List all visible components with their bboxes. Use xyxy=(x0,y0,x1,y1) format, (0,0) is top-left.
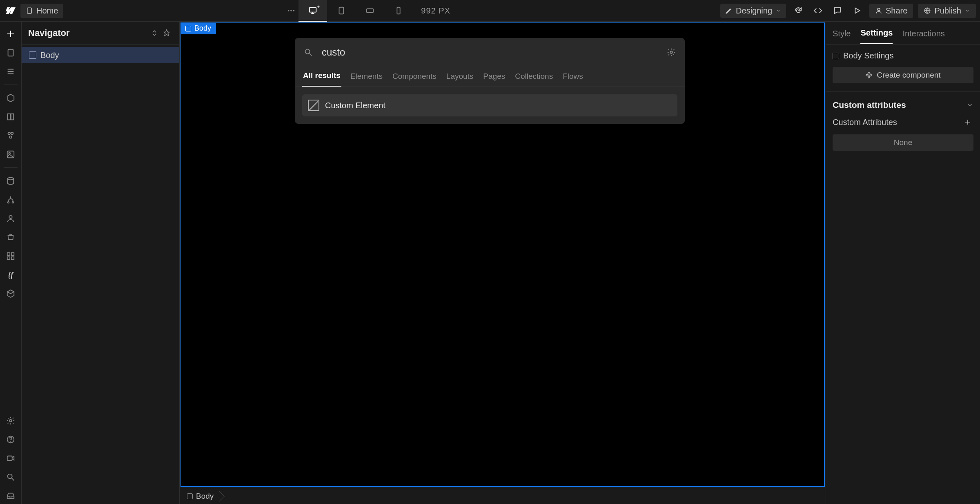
rail-ecommerce-button[interactable] xyxy=(2,229,19,245)
add-attribute-button[interactable] xyxy=(962,116,973,128)
svg-rect-6 xyxy=(367,9,374,12)
code-button[interactable] xyxy=(811,3,825,18)
rail-assets-button[interactable] xyxy=(2,146,19,163)
quick-find-tab-pages[interactable]: Pages xyxy=(482,72,506,87)
tree-row-body[interactable]: Body xyxy=(22,47,179,63)
plus-badge: + xyxy=(317,4,320,10)
breakpoint-desktop-button[interactable]: + xyxy=(298,0,327,22)
svg-rect-23 xyxy=(11,253,14,255)
chevron-down-icon xyxy=(775,8,781,13)
collapse-all-button[interactable] xyxy=(148,27,160,39)
svg-rect-0 xyxy=(27,8,32,13)
page-icon xyxy=(26,7,33,14)
body-element-icon xyxy=(29,51,36,59)
svg-point-8 xyxy=(878,8,880,11)
globe-icon xyxy=(924,7,931,14)
rail-add-button[interactable] xyxy=(2,26,19,42)
quick-find-tab-all-results[interactable]: All results xyxy=(302,71,341,87)
quick-find-search-row xyxy=(295,38,685,67)
svg-point-14 xyxy=(11,132,13,135)
navigator-header: Navigator xyxy=(22,22,179,45)
quick-find-tabs: All results Elements Components Layouts … xyxy=(295,67,685,87)
quick-find-tab-collections[interactable]: Collections xyxy=(514,72,554,87)
navigator-title: Navigator xyxy=(28,28,69,38)
rail-apps-button[interactable] xyxy=(2,248,19,264)
rail-navigator-button[interactable] xyxy=(2,63,19,80)
selected-element-tag[interactable]: Body xyxy=(180,22,216,34)
rail-inbox-button[interactable] xyxy=(2,488,19,504)
rail-settings-button[interactable] xyxy=(2,413,19,429)
comment-button[interactable] xyxy=(830,3,845,18)
quick-find-tab-elements[interactable]: Elements xyxy=(350,72,383,87)
rail-finsweet-button[interactable]: {f xyxy=(2,267,19,283)
breakpoint-phone-button[interactable] xyxy=(384,0,413,22)
svg-point-15 xyxy=(9,136,12,138)
svg-point-1 xyxy=(288,10,290,11)
svg-point-21 xyxy=(9,216,12,219)
rail-logic-button[interactable] xyxy=(2,192,19,208)
svg-rect-24 xyxy=(7,257,10,259)
chevron-down-icon[interactable] xyxy=(966,101,973,109)
rail-help-button[interactable] xyxy=(2,431,19,448)
svg-point-2 xyxy=(291,10,292,11)
preview-button[interactable] xyxy=(850,3,864,18)
body-element-icon xyxy=(185,26,191,31)
left-rail: {f xyxy=(0,22,22,504)
code-icon xyxy=(813,6,822,15)
breadcrumb-body[interactable]: Body xyxy=(185,492,219,501)
quick-find-settings-button[interactable] xyxy=(667,48,676,57)
quick-find-input[interactable] xyxy=(322,47,667,58)
tab-settings[interactable]: Settings xyxy=(860,28,893,44)
rail-components-button[interactable] xyxy=(2,90,19,106)
publish-button[interactable]: Publish xyxy=(918,4,976,18)
rail-cms-button[interactable] xyxy=(2,173,19,189)
svg-point-28 xyxy=(10,442,11,442)
comment-icon xyxy=(833,6,842,15)
body-element-icon xyxy=(187,493,193,499)
custom-attributes-none: None xyxy=(833,134,973,151)
rail-styles-button[interactable] xyxy=(2,127,19,144)
custom-attributes-section-header[interactable]: Custom attributes xyxy=(833,100,973,110)
canvas-stage[interactable]: Body All results Elements Components xyxy=(180,22,826,488)
share-button[interactable]: Share xyxy=(869,4,913,18)
rail-users-button[interactable] xyxy=(2,210,19,227)
rail-cube-button[interactable] xyxy=(2,285,19,302)
rail-search-button[interactable] xyxy=(2,469,19,485)
svg-point-26 xyxy=(9,419,12,422)
user-icon xyxy=(875,7,882,14)
refresh-button[interactable] xyxy=(791,3,806,18)
breakpoint-phone-landscape-button[interactable] xyxy=(356,0,384,22)
tab-style[interactable]: Style xyxy=(833,29,851,44)
tab-interactions[interactable]: Interactions xyxy=(902,29,944,44)
designing-mode-button[interactable]: Designing xyxy=(720,4,786,18)
quick-find-tab-flows[interactable]: Flows xyxy=(562,72,584,87)
canvas-area: Body All results Elements Components xyxy=(180,22,826,504)
chevron-down-icon xyxy=(964,8,970,13)
home-button-label: Home xyxy=(36,6,58,16)
webflow-logo-icon[interactable] xyxy=(4,4,16,17)
pencil-icon xyxy=(725,7,733,14)
custom-attributes-sub-label: Custom Attributes xyxy=(833,118,897,127)
rail-video-button[interactable] xyxy=(2,450,19,466)
svg-point-32 xyxy=(670,51,673,54)
quick-find-tab-components[interactable]: Components xyxy=(392,72,437,87)
more-horizontal-icon[interactable] xyxy=(284,3,298,18)
rail-pages-button[interactable] xyxy=(2,45,19,61)
share-label: Share xyxy=(886,6,907,16)
canvas-breadcrumb: Body xyxy=(180,488,826,504)
rail-variables-button[interactable] xyxy=(2,109,19,125)
quick-find-result-custom-element[interactable]: Custom Element xyxy=(302,94,677,116)
canvas-body-outline[interactable]: Body All results Elements Components xyxy=(180,22,825,487)
quick-find-tab-layouts[interactable]: Layouts xyxy=(445,72,474,87)
breakpoint-tablet-button[interactable] xyxy=(327,0,356,22)
create-component-button[interactable]: Create component xyxy=(833,67,973,83)
svg-rect-4 xyxy=(310,8,316,12)
svg-rect-10 xyxy=(8,49,13,56)
pin-button[interactable] xyxy=(160,27,173,39)
svg-rect-25 xyxy=(11,257,14,259)
viewport-width-readout: 992 PX xyxy=(421,6,450,16)
home-button[interactable]: Home xyxy=(20,4,63,18)
right-panel: Style Settings Interactions Body Setting… xyxy=(826,22,980,504)
navigator-panel: Navigator Body xyxy=(22,22,180,504)
navigator-tree: Body xyxy=(22,45,179,504)
